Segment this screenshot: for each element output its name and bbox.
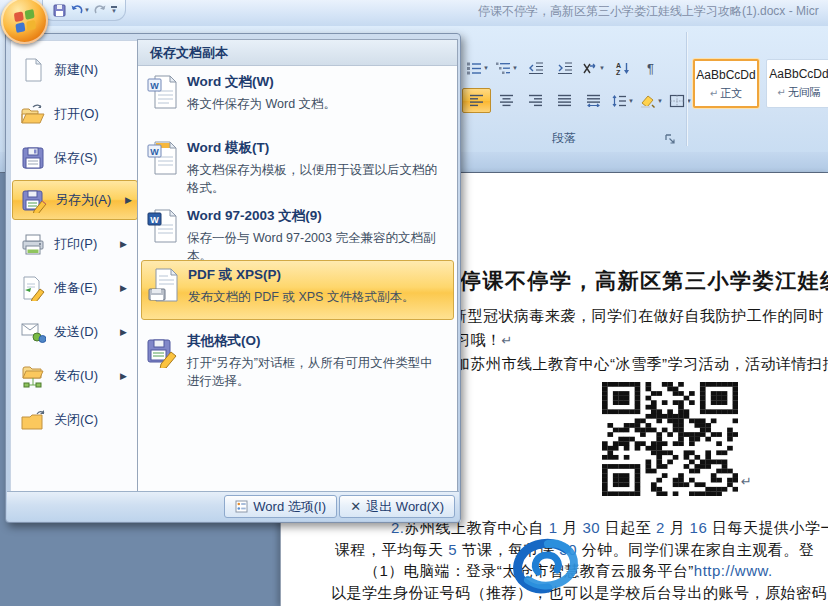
- increase-indent-icon: [557, 61, 573, 75]
- align-right-button[interactable]: [522, 89, 549, 112]
- submenu-item-title: 其他格式(O): [187, 332, 443, 350]
- dropdown-caret-icon: ▼: [84, 7, 90, 13]
- align-right-icon: [528, 94, 543, 107]
- menu-item-label: 发布(U): [54, 367, 98, 385]
- menu-item-save-as[interactable]: 另存为(A) ▶: [12, 180, 138, 220]
- save-button[interactable]: [53, 2, 66, 18]
- qr-code: [602, 382, 738, 496]
- submenu-item-desc: 将文档保存为模板，以便用于设置以后文档的格式。: [187, 161, 443, 197]
- dropdown-caret-icon: ▼: [483, 65, 489, 71]
- align-center-button[interactable]: [493, 89, 520, 112]
- sort-icon: AZ: [615, 61, 631, 75]
- svg-text:Z: Z: [616, 68, 621, 75]
- menu-item-publish[interactable]: 发布(U) ▶: [12, 356, 132, 396]
- menu-item-new[interactable]: 新建(N): [12, 50, 132, 90]
- menu-item-open[interactable]: 打开(O): [12, 94, 132, 134]
- dialog-launcher-icon: [664, 133, 676, 145]
- decrease-indent-button[interactable]: [522, 56, 549, 79]
- borders-icon: [669, 94, 685, 108]
- numbered-list-icon: [466, 61, 482, 75]
- menu-item-save[interactable]: 保存(S): [12, 138, 132, 178]
- style-name: ↵正文: [695, 86, 757, 101]
- increase-indent-button[interactable]: [551, 56, 578, 79]
- menu-item-prepare[interactable]: 准备(E) ▶: [12, 268, 132, 308]
- submenu-item-desc: 发布文档的 PDF 或 XPS 文件格式副本。: [188, 288, 414, 306]
- shading-icon: [640, 94, 656, 108]
- word-options-label: Word 选项(I): [253, 498, 326, 516]
- paragraph-dialog-launcher[interactable]: [664, 131, 676, 149]
- submenu-item-title: Word 文档(W): [187, 73, 336, 91]
- multilevel-list-icon: [495, 61, 511, 75]
- document-text-line: 习哦！↵: [455, 331, 513, 350]
- save-as-icon: [21, 187, 47, 213]
- dropdown-caret-icon: ▼: [628, 98, 634, 104]
- flyout-arrow-icon: ▶: [120, 327, 127, 337]
- customize-quick-access-button[interactable]: ▼: [111, 2, 117, 18]
- multilevel-list-button[interactable]: ▼: [493, 56, 520, 79]
- borders-button[interactable]: ▼: [667, 89, 694, 112]
- menu-item-label: 新建(N): [54, 61, 98, 79]
- show-paragraph-marks-button[interactable]: ¶: [638, 56, 665, 79]
- word-options-button[interactable]: Word 选项(I): [224, 495, 337, 518]
- decrease-indent-icon: [528, 61, 544, 75]
- shading-button[interactable]: ▼: [638, 89, 665, 112]
- menu-item-label: 打印(P): [54, 235, 97, 253]
- flyout-arrow-icon: ▶: [120, 371, 127, 381]
- style-preview: AaBbCcDd: [767, 67, 828, 81]
- document-text-line: 新型冠状病毒来袭，同学们在做好自我防护工作的同时，可以利: [452, 307, 828, 326]
- style-normal[interactable]: AaBbCcDd ↵正文: [693, 59, 759, 108]
- office-menu: 新建(N) 打开(O) 保存(S) 另存为(A) ▶ 打印(P) ▶: [5, 33, 461, 523]
- dropdown-caret-icon: ▼: [599, 65, 605, 71]
- submenu-item-other-formats[interactable]: 其他格式(O) 打开“另存为”对话框，从所有可用文件类型中进行选择。: [141, 327, 454, 395]
- save-icon: [53, 4, 66, 17]
- save-icon: [20, 145, 46, 171]
- quick-access-toolbar: ▼ ▼: [42, 0, 126, 21]
- submenu-header: 保存文档副本: [138, 40, 457, 66]
- pilcrow-icon: ↵: [777, 87, 785, 98]
- undo-button[interactable]: ▼: [70, 2, 90, 18]
- submenu-item-pdf-xps[interactable]: PDF 或 XPS(P) 发布文档的 PDF 或 XPS 文件格式副本。: [141, 260, 454, 320]
- numbered-list-button[interactable]: ▼: [464, 56, 491, 79]
- menu-item-close[interactable]: 关闭(C): [12, 400, 132, 440]
- flyout-arrow-icon: ▶: [120, 239, 127, 249]
- menu-item-label: 保存(S): [54, 149, 97, 167]
- close-document-icon: [20, 407, 46, 433]
- asian-layout-button[interactable]: ▼: [580, 56, 607, 79]
- submenu-item-word-document[interactable]: W Word 文档(W) 将文件保存为 Word 文档。: [141, 68, 454, 118]
- sort-button[interactable]: AZ: [609, 56, 636, 79]
- redo-icon: [94, 4, 107, 16]
- new-document-icon: [20, 57, 46, 83]
- align-left-button[interactable]: [462, 88, 491, 113]
- word-options-icon: [235, 500, 248, 513]
- office-menu-footer: Word 选项(I) ✕ 退出 Word(X): [7, 491, 459, 521]
- submenu-item-word-template[interactable]: W Word 模板(T) 将文档保存为模板，以便用于设置以后文档的格式。: [141, 134, 454, 202]
- word-window: 停课不停学，高新区第三小学娄江娃线上学习攻略(1).docx - Micr ▼ …: [0, 0, 828, 606]
- exit-word-icon: ✕: [350, 499, 361, 514]
- exit-word-button[interactable]: ✕ 退出 Word(X): [339, 495, 455, 518]
- undo-icon: [70, 4, 83, 16]
- open-icon: [20, 101, 46, 127]
- word-document-icon: W: [147, 75, 177, 109]
- style-preview: AaBbCcDd: [695, 68, 757, 82]
- justify-button[interactable]: [551, 89, 578, 112]
- ribbon-group-separator: [686, 32, 687, 146]
- customize-quick-access-icon: ▼: [111, 6, 117, 14]
- menu-item-print[interactable]: 打印(P) ▶: [12, 224, 132, 264]
- menu-item-send[interactable]: 发送(D) ▶: [12, 312, 132, 352]
- style-name: ↵无间隔: [767, 85, 828, 100]
- menu-item-label: 另存为(A): [55, 191, 111, 209]
- distributed-button[interactable]: [580, 89, 607, 112]
- window-title: 停课不停学，高新区第三小学娄江娃线上学习攻略(1).docx - Micr: [478, 3, 819, 20]
- redo-button[interactable]: [94, 2, 107, 18]
- line-spacing-button[interactable]: ▼: [609, 89, 636, 112]
- save-copy-submenu: 保存文档副本 W Word 文档(W) 将文件保存为 Word 文档。 W Wo…: [137, 39, 458, 495]
- align-center-icon: [499, 94, 514, 107]
- prepare-icon: [20, 275, 46, 301]
- style-no-spacing[interactable]: AaBbCcDd ↵无间隔: [766, 59, 828, 108]
- submenu-item-title: Word 模板(T): [187, 139, 443, 157]
- line-spacing-icon: [611, 94, 627, 108]
- align-left-icon: [469, 94, 484, 107]
- print-icon: [20, 231, 46, 257]
- menu-item-label: 关闭(C): [54, 411, 98, 429]
- submenu-item-desc: 将文件保存为 Word 文档。: [187, 95, 336, 113]
